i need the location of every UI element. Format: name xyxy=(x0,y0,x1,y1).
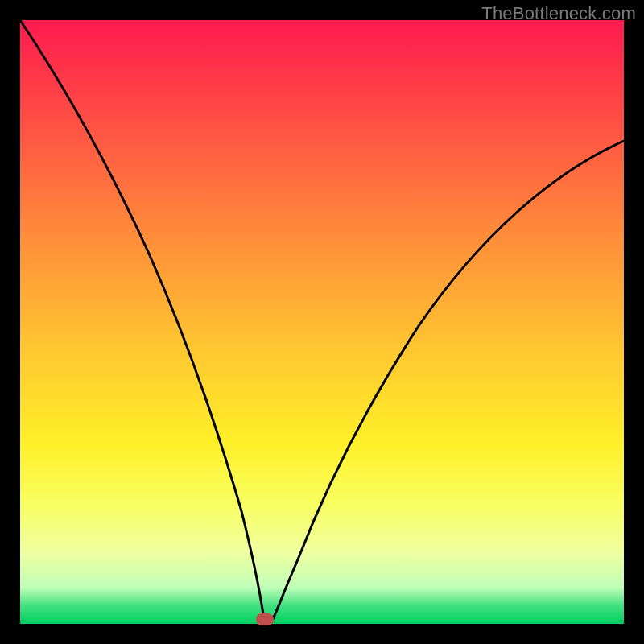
bottleneck-curve xyxy=(20,20,624,624)
curve-path xyxy=(20,20,624,619)
optimal-point-marker xyxy=(256,613,274,625)
